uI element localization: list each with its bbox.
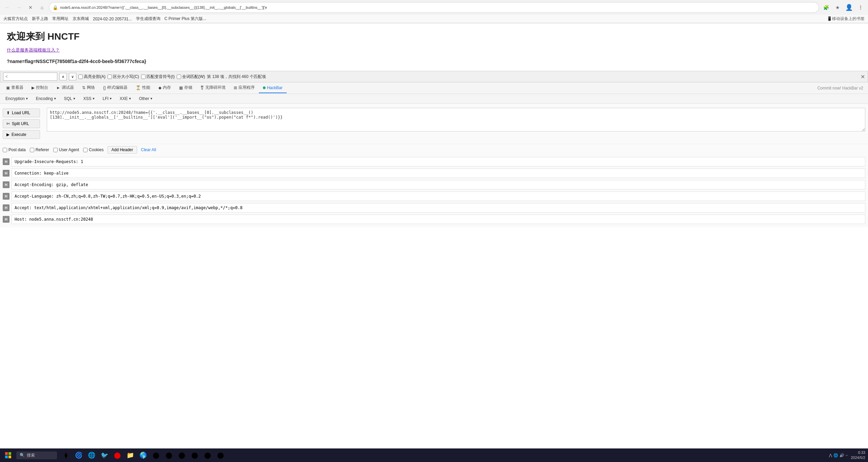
style-editor-label: 样式编辑器 [107, 85, 128, 91]
user-agent-option[interactable]: User Agent [53, 147, 79, 152]
diacritics-label: 匹配变音符号(I) [147, 74, 175, 80]
header-badge-3: H [3, 193, 9, 200]
tab-application[interactable]: ⊞ 应用程序 [230, 82, 259, 94]
debugger-icon: ► [56, 85, 60, 90]
header-badge-0: H [3, 158, 9, 165]
tab-memory[interactable]: ◆ 内存 [154, 82, 175, 94]
xxe-menu[interactable]: XXE ▼ [117, 95, 134, 102]
bookmark-jd[interactable]: 京东商城 [73, 16, 89, 22]
accessibility-label: 无障碍环境 [205, 85, 226, 91]
page-title: 欢迎来到 HNCTF [7, 30, 861, 43]
lfi-menu[interactable]: LFI ▼ [100, 95, 115, 102]
menu-button[interactable]: ⋮ [856, 3, 865, 12]
sql-arrow-icon: ▼ [73, 97, 76, 100]
highlight-all-checkbox[interactable] [78, 75, 83, 79]
favorites-button[interactable]: ★ [833, 3, 842, 12]
hackbar-dot-icon [263, 86, 266, 89]
url-input[interactable] [60, 5, 815, 9]
execute-icon: ▶ [6, 132, 9, 137]
encoding-menu[interactable]: Encoding ▼ [33, 95, 59, 102]
tab-debugger[interactable]: ► 调试器 [52, 82, 78, 94]
header-input-5[interactable] [12, 215, 865, 224]
execute-button[interactable]: ▶ Execute [3, 130, 40, 139]
header-input-4[interactable] [12, 203, 865, 213]
highlight-all-label: 高亮全部(A) [84, 74, 105, 80]
split-url-label: Split URL [12, 121, 29, 126]
diacritics-checkbox[interactable] [141, 75, 146, 79]
profile-button[interactable]: 👤 [844, 3, 854, 12]
header-input-1[interactable] [12, 168, 865, 178]
highlight-all-option[interactable]: 高亮全部(A) [78, 74, 105, 80]
tab-inspector[interactable]: ▣ 查看器 [2, 82, 27, 94]
split-url-icon: ✄ [6, 121, 10, 126]
search-input[interactable] [3, 73, 57, 81]
performance-label: 性能 [142, 85, 150, 91]
ssti-link[interactable]: 什么是服务器端模板注入？ [7, 47, 861, 53]
url-textarea[interactable]: http://node5.anna.nssctf.cn:20248/?name=… [47, 108, 865, 132]
case-sensitive-checkbox[interactable] [108, 75, 112, 79]
encryption-menu[interactable]: Encryption ▼ [3, 95, 31, 102]
header-badge-4: H [3, 204, 9, 211]
console-label: 控制台 [36, 85, 48, 91]
diacritics-option[interactable]: 匹配变音符号(I) [141, 74, 175, 80]
bookmark-cprimer[interactable]: C Primer Plus 第六版... [165, 16, 206, 22]
tab-network[interactable]: ⇅ 网络 [78, 82, 99, 94]
header-input-0[interactable] [12, 157, 865, 166]
refresh-button[interactable]: ✕ [26, 3, 35, 12]
search-close-button[interactable]: ✕ [861, 74, 865, 80]
tab-hackbar[interactable]: HackBar [259, 83, 287, 93]
bookmark-date[interactable]: 2024-02-20 205731... [93, 17, 132, 21]
options-row: Post data Referer User Agent Cookies Add… [0, 144, 868, 156]
referer-checkbox[interactable] [30, 148, 34, 152]
encoding-arrow-icon: ▼ [54, 97, 57, 100]
network-label: 网络 [87, 85, 95, 91]
bookmark-firefox[interactable]: 火狐官方站点 [3, 16, 28, 22]
referer-option[interactable]: Referer [30, 147, 49, 152]
post-data-checkbox[interactable] [3, 148, 7, 152]
extensions-button[interactable]: 🧩 [821, 3, 831, 12]
cookies-checkbox[interactable] [83, 148, 88, 152]
split-url-button[interactable]: ✄ Split URL [3, 119, 40, 128]
sql-menu[interactable]: SQL ▼ [61, 95, 79, 102]
tab-accessibility[interactable]: ⚧ 无障碍环境 [196, 82, 230, 94]
table-row: H [3, 168, 865, 178]
table-row: H [3, 215, 865, 224]
mobile-bookmark[interactable]: 📱移动设备上的书签 [827, 16, 865, 22]
case-sensitive-option[interactable]: 区分大小写(C) [108, 74, 139, 80]
post-data-option[interactable]: Post data [3, 147, 26, 152]
performance-icon: ⏳ [136, 85, 141, 90]
bookmark-grades[interactable]: 学生成绩查询 [136, 16, 160, 22]
security-icon: 🔒 [53, 5, 58, 10]
devtools-bar: ▣ 查看器 ▶ 控制台 ► 调试器 ⇅ 网络 {} 样式编辑器 ⏳ 性能 ◆ 内… [0, 82, 868, 94]
user-agent-checkbox[interactable] [53, 148, 58, 152]
whole-word-option[interactable]: 全词匹配(W) [177, 74, 205, 80]
home-button[interactable]: ⌂ [37, 3, 47, 12]
tab-console[interactable]: ▶ 控制台 [27, 82, 52, 94]
clear-all-button[interactable]: Clear All [141, 147, 156, 152]
cookies-label: Cookies [89, 147, 103, 152]
xss-menu[interactable]: XSS ▼ [81, 95, 98, 102]
forward-button[interactable]: → [14, 3, 24, 12]
hackbar-panel: Encryption ▼ Encoding ▼ SQL ▼ XSS ▼ LFI … [0, 94, 868, 227]
header-input-3[interactable] [12, 192, 865, 201]
header-input-2[interactable] [12, 180, 865, 189]
search-next-button[interactable]: ∨ [69, 73, 76, 80]
post-data-label: Post data [8, 147, 26, 152]
header-badge-5: H [3, 216, 9, 223]
inspector-label: 查看器 [11, 85, 23, 91]
bookmark-newuser[interactable]: 新手上路 [32, 16, 48, 22]
other-menu[interactable]: Other ▼ [136, 95, 156, 102]
whole-word-checkbox[interactable] [177, 75, 181, 79]
add-header-button[interactable]: Add Header [108, 146, 137, 154]
storage-label: 存储 [184, 85, 192, 91]
cookies-option[interactable]: Cookies [83, 147, 103, 152]
back-button[interactable]: ← [3, 3, 12, 12]
header-badge-1: H [3, 170, 9, 177]
load-url-label: Load URL [12, 111, 30, 115]
load-url-button[interactable]: ⬆ Load URL [3, 108, 40, 117]
tab-style-editor[interactable]: {} 样式编辑器 [99, 82, 132, 94]
search-prev-button[interactable]: ∧ [59, 73, 67, 80]
bookmark-common[interactable]: 常用网址 [52, 16, 69, 22]
tab-performance[interactable]: ⏳ 性能 [132, 82, 154, 94]
tab-storage[interactable]: ▦ 存储 [175, 82, 196, 94]
